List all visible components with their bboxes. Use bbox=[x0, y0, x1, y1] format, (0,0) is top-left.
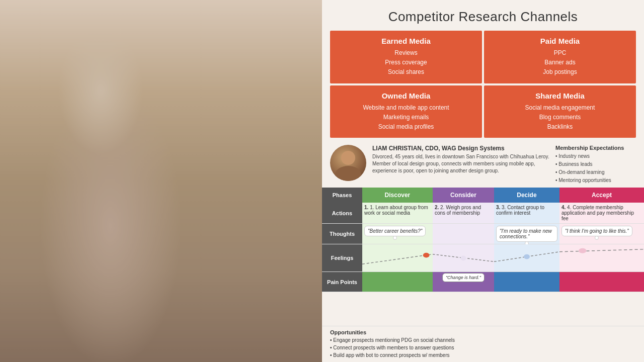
pain-consider-bubble: "Change is hard." bbox=[442, 273, 485, 282]
pain-accept bbox=[559, 272, 644, 292]
pain-consider: "Change is hard." bbox=[433, 272, 494, 292]
shared-media-card: Shared Media Social media engagement Blo… bbox=[484, 85, 636, 138]
earned-media-items: Reviews Press coverage Social shares bbox=[335, 48, 477, 77]
title-section: Competitor Research Channels bbox=[322, 0, 644, 31]
expectations-item-3: • On-demand learning bbox=[555, 168, 636, 176]
accept-header: Accept bbox=[559, 188, 644, 203]
pain-points-row: Pain Points "Change is hard." bbox=[322, 272, 644, 292]
feelings-decide bbox=[494, 244, 559, 272]
expectations-item-1: • Industry news bbox=[555, 152, 636, 160]
expectations-title: Membership Expectations bbox=[555, 145, 636, 151]
thoughts-decide: "I'm ready to make new connections." bbox=[494, 224, 559, 244]
opportunity-2: • Connect prospects with members to answ… bbox=[330, 344, 636, 351]
svg-point-3 bbox=[579, 248, 586, 253]
persona-description: Divorced, 45 years old, lives in downtow… bbox=[372, 153, 549, 174]
feelings-label: Feelings bbox=[322, 244, 362, 272]
opportunities-section: Opportunities • Engage prospects mention… bbox=[322, 326, 644, 362]
opportunities-title: Opportunities bbox=[330, 329, 636, 335]
owned-media-items: Website and mobile app content Marketing… bbox=[335, 103, 477, 132]
phases-header: Phases bbox=[322, 188, 362, 203]
actions-decide: 3. 3. Contact group to confirm interest bbox=[494, 203, 559, 224]
pain-decide bbox=[494, 272, 559, 292]
svg-point-2 bbox=[524, 254, 530, 259]
journey-table: Phases Discover Consider Decide Accept A… bbox=[322, 188, 644, 326]
feelings-discover bbox=[362, 244, 433, 272]
earned-media-title: Earned Media bbox=[335, 37, 477, 45]
paid-media-items: PPC Banner ads Job postings bbox=[489, 48, 631, 77]
feelings-accept bbox=[559, 244, 644, 272]
avatar bbox=[330, 145, 366, 181]
paid-media-card: Paid Media PPC Banner ads Job postings bbox=[484, 31, 636, 83]
persona-info: LIAM CHRISTIAN, CDO, WAG Design Systems … bbox=[372, 145, 549, 185]
shared-media-title: Shared Media bbox=[489, 92, 631, 100]
actions-discover: 1. 1. Learn about group from work or soc… bbox=[362, 203, 433, 224]
owned-media-card: Owned Media Website and mobile app conte… bbox=[330, 85, 482, 138]
actions-label: Actions bbox=[322, 203, 362, 224]
thoughts-discover: "Better career benefits?" bbox=[362, 224, 433, 244]
feelings-row: Feelings bbox=[322, 244, 644, 272]
actions-consider: 2. 2. Weigh pros and cons of membership bbox=[433, 203, 494, 224]
paid-media-title: Paid Media bbox=[489, 37, 631, 45]
svg-point-1 bbox=[460, 256, 466, 261]
page-title: Competitor Research Channels bbox=[332, 9, 634, 25]
actions-row: Actions 1. 1. Learn about group from wor… bbox=[322, 203, 644, 224]
owned-media-title: Owned Media bbox=[335, 92, 477, 100]
pain-discover bbox=[362, 272, 433, 292]
thoughts-row: Thoughts "Better career benefits?" "I'm … bbox=[322, 224, 644, 244]
earned-media-card: Earned Media Reviews Press coverage Soci… bbox=[330, 31, 482, 83]
decide-header: Decide bbox=[494, 188, 559, 203]
membership-expectations: Membership Expectations • Industry news … bbox=[555, 145, 636, 185]
content-panel: Competitor Research Channels Earned Medi… bbox=[322, 0, 644, 362]
pain-points-label: Pain Points bbox=[322, 272, 362, 292]
thoughts-label: Thoughts bbox=[322, 224, 362, 244]
avatar-container bbox=[330, 145, 366, 181]
expectations-item-4: • Mentoring opportunities bbox=[555, 176, 636, 185]
opportunity-3: • Build app with bot to connect prospect… bbox=[330, 351, 636, 359]
decide-thought-bubble: "I'm ready to make new connections." bbox=[496, 226, 557, 242]
accept-thought-bubble: "I think I'm going to like this." bbox=[561, 226, 632, 236]
photo-panel bbox=[0, 0, 322, 362]
svg-point-0 bbox=[423, 253, 430, 258]
opportunity-1: • Engage prospects mentioning PDG on soc… bbox=[330, 336, 636, 344]
persona-section: LIAM CHRISTIAN, CDO, WAG Design Systems … bbox=[322, 141, 644, 188]
feelings-consider bbox=[433, 244, 494, 272]
thoughts-consider bbox=[433, 224, 494, 244]
shared-media-items: Social media engagement Blog comments Ba… bbox=[489, 103, 631, 132]
persona-name: LIAM CHRISTIAN, CDO, WAG Design Systems bbox=[372, 145, 549, 152]
thoughts-accept: "I think I'm going to like this." bbox=[559, 224, 644, 244]
media-grid: Earned Media Reviews Press coverage Soci… bbox=[322, 31, 644, 138]
discover-header: Discover bbox=[362, 188, 433, 203]
discover-thought-bubble: "Better career benefits?" bbox=[364, 226, 426, 236]
consider-header: Consider bbox=[433, 188, 494, 203]
expectations-item-2: • Business leads bbox=[555, 160, 636, 168]
actions-accept: 4. 4. Complete membership application an… bbox=[559, 203, 644, 224]
